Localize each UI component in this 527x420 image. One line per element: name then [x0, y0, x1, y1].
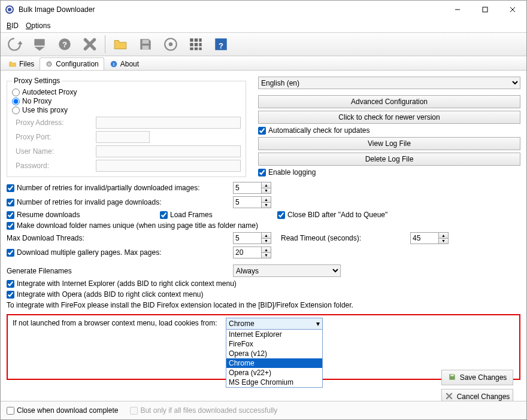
view-log-button[interactable]: View Log File	[258, 137, 520, 150]
svg-rect-14	[195, 43, 198, 46]
tab-about-label: About	[120, 60, 139, 68]
svg-rect-13	[190, 43, 193, 46]
svg-rect-18	[199, 47, 201, 50]
svg-rect-12	[199, 38, 201, 41]
retries-images-checkbox[interactable]: Number of retries for invalid/partially …	[7, 184, 229, 192]
svg-text:?: ?	[219, 41, 223, 50]
svg-rect-16	[190, 47, 193, 50]
svg-rect-10	[190, 38, 193, 41]
multi-gallery-checkbox[interactable]: Download multiple gallery pages. Max pag…	[7, 248, 229, 257]
info-icon: i	[110, 60, 118, 68]
cookies-label: If not launched from a browser context m…	[13, 319, 217, 327]
cookies-option-opera22[interactable]: Opera (v22+)	[226, 368, 322, 378]
read-timeout-stepper[interactable]: ▲▼	[410, 232, 449, 244]
close-button[interactable]	[499, 1, 526, 19]
max-threads-stepper[interactable]: ▲▼	[233, 232, 271, 244]
download-button[interactable]	[28, 34, 51, 55]
language-select[interactable]: English (en)	[258, 77, 520, 89]
unique-folder-names-checkbox[interactable]: Make download folder names unique (when …	[7, 221, 258, 230]
tab-files-label: Files	[19, 60, 34, 68]
save-changes-button[interactable]: Save Changes	[441, 370, 513, 385]
proxy-legend: Proxy Settings	[12, 77, 62, 85]
multi-gallery-stepper[interactable]: ▲▼	[233, 246, 271, 258]
svg-rect-25	[450, 374, 454, 376]
tab-configuration-label: Configuration	[56, 60, 98, 68]
svg-rect-6	[143, 39, 149, 44]
menubar: BID Options	[1, 19, 526, 32]
generate-filenames-select[interactable]: Always	[233, 264, 341, 277]
minimize-button[interactable]	[444, 1, 471, 19]
proxy-address-label: Proxy Address:	[16, 118, 93, 127]
only-if-success-checkbox: But only if all files downloaded success…	[130, 406, 277, 415]
auto-check-updates-checkbox[interactable]: Automatically check for updates	[258, 126, 520, 135]
proxy-port-input	[96, 131, 150, 143]
proxy-password-label: Password:	[16, 162, 93, 170]
save-disk-button[interactable]	[134, 34, 157, 55]
toolbar-separator	[105, 35, 105, 53]
app-icon	[5, 5, 14, 14]
resume-downloads-checkbox[interactable]: Resume downloads	[7, 211, 156, 219]
cookies-combobox[interactable]: Chrome ▾ Internet Explorer FireFox Opera…	[226, 318, 323, 388]
radio-no-proxy[interactable]: No Proxy	[12, 97, 241, 105]
folder-button[interactable]	[109, 34, 132, 55]
cookies-option-firefox[interactable]: FireFox	[226, 339, 322, 349]
retries-pages-stepper[interactable]: ▲▼	[233, 196, 271, 208]
gear-button[interactable]	[159, 34, 182, 55]
maximize-button[interactable]	[471, 1, 499, 19]
titlebar: Bulk Image Downloader	[1, 1, 526, 19]
proxy-settings-group: Proxy Settings Autodetect Proxy No Proxy…	[7, 77, 246, 177]
delete-log-button[interactable]: Delete Log File	[258, 153, 520, 166]
chevron-down-icon: ▾	[316, 319, 320, 328]
tab-files[interactable]: Files	[3, 57, 40, 70]
svg-rect-11	[195, 38, 198, 41]
cookies-option-ie[interactable]: Internet Explorer	[226, 330, 322, 339]
proxy-user-input	[96, 145, 241, 157]
max-threads-label: Max Download Threads:	[7, 234, 229, 242]
retries-pages-checkbox[interactable]: Number of retries for invalid page downl…	[7, 198, 229, 206]
gear-icon	[45, 60, 53, 68]
svg-point-9	[169, 42, 173, 47]
svg-rect-17	[195, 47, 198, 50]
generate-filenames-label: Generate Filenames	[7, 267, 229, 275]
cookies-option-chrome[interactable]: Chrome	[226, 358, 322, 368]
tab-configuration[interactable]: Configuration	[40, 57, 104, 70]
firefox-note: To integrate with FireFox please install…	[7, 301, 353, 309]
cancel-x-button[interactable]	[78, 34, 101, 55]
menu-bid[interactable]: BID	[7, 22, 19, 30]
window-title: Bulk Image Downloader	[19, 5, 444, 14]
retries-images-stepper[interactable]: ▲▼	[233, 182, 271, 194]
menu-options[interactable]: Options	[26, 22, 50, 30]
tab-about[interactable]: i About	[104, 57, 144, 70]
refresh-button[interactable]	[3, 34, 26, 55]
close-when-done-checkbox[interactable]: Close when download complete	[7, 406, 118, 415]
help-button[interactable]: ?	[210, 34, 232, 55]
radio-autodetect-proxy[interactable]: Autodetect Proxy	[12, 88, 241, 96]
folder-icon	[8, 60, 17, 68]
close-after-queue-checkbox[interactable]: Close BID after "Add to Queue"	[277, 211, 387, 219]
tabstrip: Files Configuration i About	[1, 56, 526, 71]
check-version-button[interactable]: Click to check for newer version	[258, 111, 520, 124]
integrate-ie-checkbox[interactable]: Integrate with Internet Explorer (adds B…	[7, 279, 237, 288]
svg-rect-15	[199, 43, 201, 46]
svg-text:?: ?	[62, 40, 67, 49]
cookies-selected[interactable]: Chrome ▾	[226, 318, 322, 329]
footer: Close when download complete But only if…	[1, 401, 526, 419]
advanced-configuration-button[interactable]: Advanced Configuration	[258, 95, 520, 108]
help-bubble-button[interactable]: ?	[53, 34, 76, 55]
proxy-password-input	[96, 160, 241, 172]
cookies-dropdown-list: Internet Explorer FireFox Opera (v12) Ch…	[226, 329, 322, 387]
cancel-changes-button[interactable]: Cancel Changes	[441, 389, 513, 401]
svg-point-22	[49, 63, 50, 65]
enable-logging-checkbox[interactable]: Enable logging	[258, 168, 520, 176]
cookies-option-opera12[interactable]: Opera (v12)	[226, 349, 322, 358]
proxy-address-input	[96, 117, 241, 129]
load-frames-checkbox[interactable]: Load Frames	[160, 211, 274, 219]
grid-button[interactable]	[184, 34, 207, 55]
svg-text:i: i	[113, 62, 114, 66]
proxy-port-label: Proxy Port:	[16, 133, 93, 141]
radio-use-this-proxy[interactable]: Use this proxy	[12, 106, 241, 114]
save-icon	[448, 373, 456, 383]
integrate-opera-checkbox[interactable]: Integrate with Opera (adds BID to right …	[7, 290, 203, 299]
cookies-option-edge[interactable]: MS Edge Chromium	[226, 378, 322, 387]
configuration-panel: Proxy Settings Autodetect Proxy No Proxy…	[1, 71, 526, 401]
